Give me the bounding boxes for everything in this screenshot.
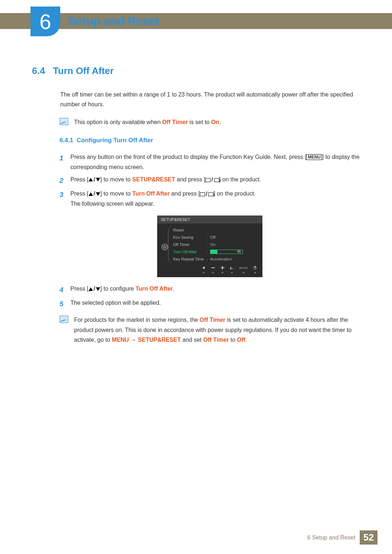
step-number: 3 <box>60 189 70 209</box>
gear-icon <box>162 244 168 250</box>
chevron-down-icon <box>231 272 233 274</box>
note-text: For products for the market in some regi… <box>74 315 360 345</box>
note-availability: This option is only available when Off T… <box>60 117 360 127</box>
slash-icon: / <box>94 284 95 294</box>
chevron-down-icon <box>254 272 256 274</box>
down-arrow-icon <box>96 192 100 196</box>
step-number: 4 <box>60 284 70 296</box>
intro-text: The off timer can be set within a range … <box>60 90 360 109</box>
osd-row-keyrepeat: Key Repeat Time:Acceleration <box>173 255 257 263</box>
step-number: 1 <box>60 152 70 172</box>
chevron-down-icon <box>203 272 205 274</box>
step-1: 1 Press any button on the front of the p… <box>60 152 360 172</box>
footer-text: 6 Setup and Reset <box>307 534 356 541</box>
osd-row-reset: Reset <box>173 226 257 234</box>
subsection-heading: 6.4.1 Configuring Turn Off After <box>60 137 360 144</box>
osd-row-turnoffafter: Turn Off After:4h <box>173 248 257 255</box>
source-enter-icon: / <box>205 177 219 182</box>
step-number: 5 <box>60 298 70 310</box>
osd-button-icons: AUTO <box>157 265 262 270</box>
plus-icon <box>220 266 225 270</box>
menu-button-icon: MENU <box>306 154 322 160</box>
chapter-badge: 6 <box>30 7 60 36</box>
osd-row-eco: Eco Saving:Off <box>173 234 257 241</box>
step-number: 2 <box>60 175 70 186</box>
step-5: 5 The selected option will be applied. <box>60 298 360 310</box>
power-icon <box>253 266 257 270</box>
slash-icon: / <box>94 189 95 199</box>
section-number: 6.4 <box>32 65 45 76</box>
section-heading: 6.4 Turn Off After <box>32 65 360 77</box>
down-arrow-icon <box>96 178 100 181</box>
osd-screenshot: SETUP&RESET Reset Eco Saving:Off Off Tim… <box>60 216 360 277</box>
note-regional: For products for the market in some regi… <box>60 315 360 345</box>
minus-icon <box>211 266 215 270</box>
chapter-title: Setup and Reset <box>68 13 159 29</box>
note-icon <box>60 118 68 125</box>
osd-tiny-markers <box>157 270 262 274</box>
osd-curve <box>168 226 173 263</box>
chapter-number: 6 <box>40 9 51 34</box>
note-icon <box>60 316 68 323</box>
chevron-down-icon <box>221 272 224 274</box>
step-2: 2 Press [/] to move to SETUP&RESET and p… <box>60 175 360 186</box>
page-number: 52 <box>360 530 377 545</box>
slash-icon: / <box>94 175 95 185</box>
chevron-down-icon <box>242 272 245 274</box>
osd-slider: 4h <box>210 250 243 254</box>
section-title: Turn Off After <box>53 65 114 76</box>
up-arrow-icon <box>89 192 93 196</box>
step-4: 4 Press [/] to configure Turn Off After. <box>60 284 360 296</box>
osd-row-offtimer: Off Timer:On <box>173 241 257 248</box>
up-arrow-icon <box>89 178 93 181</box>
auto-label: AUTO <box>239 266 248 270</box>
chevron-down-icon <box>212 272 214 274</box>
enter-icon <box>230 266 234 270</box>
footer: 6 Setup and Reset 52 <box>307 530 377 545</box>
note-text: This option is only available when Off T… <box>74 117 221 127</box>
source-enter-icon: / <box>200 191 213 197</box>
down-arrow-icon <box>96 287 100 291</box>
osd-title: SETUP&RESET <box>157 216 262 223</box>
back-icon <box>201 266 206 270</box>
steps-list: 1 Press any button on the front of the p… <box>60 152 360 310</box>
up-arrow-icon <box>89 287 93 291</box>
step-3: 3 Press [/] to move to Turn Off After an… <box>60 189 360 209</box>
